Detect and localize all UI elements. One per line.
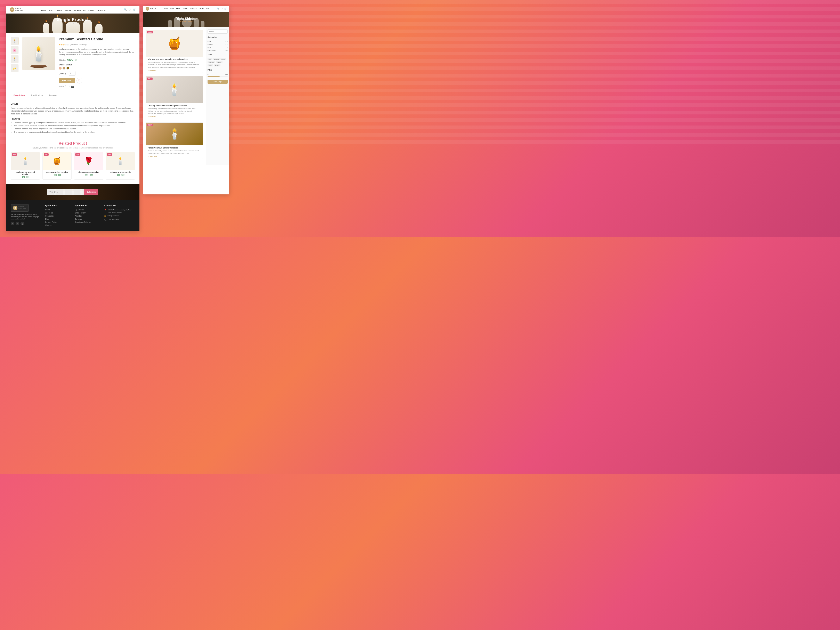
footer-account-link-4[interactable]: Compare bbox=[75, 218, 100, 220]
product-thumbnails: 🕯️ 🌸 🕯️ ✨ bbox=[11, 37, 19, 88]
quantity-input[interactable] bbox=[69, 71, 76, 76]
tab-specifications[interactable]: Specifications bbox=[28, 92, 46, 99]
footer-link-home[interactable]: Home bbox=[45, 209, 71, 211]
footer-quick-links-title: Quick Link bbox=[45, 204, 71, 207]
nav-about[interactable]: ABOUT bbox=[65, 9, 71, 11]
google-social-icon[interactable]: g bbox=[21, 222, 24, 226]
blog-image-candles-2: 🕯️ bbox=[167, 83, 182, 96]
sidebar-search-input[interactable] bbox=[208, 30, 227, 33]
blog-post-image-3: 🕯️ NEW bbox=[146, 123, 203, 145]
tag-5[interactable]: Candle bbox=[216, 61, 222, 63]
tab-reviews[interactable]: Reviews bbox=[46, 92, 60, 99]
twitter-social-icon[interactable]: t bbox=[11, 222, 14, 226]
categories-list: Leaf 2.8 Lemon 2.4 Flory 8 Chamomile F.G bbox=[208, 41, 227, 51]
related-card-2[interactable]: 10% 🍯 Beeswax Rolled Candles $52 $32 bbox=[43, 152, 72, 180]
color-swatch-1[interactable] bbox=[58, 67, 62, 69]
footer-account-link-2[interactable]: Order History bbox=[75, 212, 100, 214]
quantity-section: Quantity : bbox=[58, 71, 135, 76]
pinterest-icon[interactable]: p bbox=[69, 85, 70, 88]
right-heart-icon[interactable]: ♡ bbox=[221, 8, 223, 10]
related-card-3[interactable]: 20% 🌹 Charming Rose Candles $56 $40 bbox=[74, 152, 103, 180]
tag-6[interactable]: Scent bbox=[208, 64, 213, 66]
right-cart-icon[interactable]: 🛒 bbox=[224, 8, 227, 10]
cart-icon[interactable]: 🛒 bbox=[133, 8, 136, 11]
buy-now-button[interactable]: BUY NOW bbox=[58, 78, 75, 83]
tag-1[interactable]: Leaf bbox=[208, 58, 212, 60]
nav-contact[interactable]: CONTACT US bbox=[74, 9, 85, 11]
nav-shop[interactable]: SHOP bbox=[49, 9, 54, 11]
related-card-image-1: 30% 🕯️ bbox=[11, 152, 40, 170]
tag-2[interactable]: Lemon bbox=[213, 58, 219, 60]
tag-4[interactable]: Summer bbox=[208, 61, 215, 63]
right-nav-buy[interactable]: BUY bbox=[206, 8, 209, 9]
category-item-1[interactable]: Leaf 2.8 bbox=[208, 41, 227, 43]
footer-email-text: bisika@mail.com bbox=[107, 215, 119, 217]
footer-my-account: My Account My Account Order History Wish… bbox=[75, 204, 100, 227]
header-icons: 🔍 ♡ 🛒 bbox=[123, 8, 136, 11]
related-card-4[interactable]: 15% 🕯️ Mahogany Shea Candle $60 $23 bbox=[106, 152, 135, 180]
blog-post-body-3: Forest Mountain Candle Collection Discov… bbox=[146, 145, 203, 159]
search-icon[interactable]: 🔍 bbox=[123, 8, 127, 11]
footer-link-contact[interactable]: Contact Us bbox=[45, 215, 71, 217]
wood-platform bbox=[30, 65, 47, 68]
thumbnail-1[interactable]: 🕯️ bbox=[11, 37, 19, 45]
category-item-2[interactable]: Lemon 2.4 bbox=[208, 44, 227, 46]
location-icon: 📍 bbox=[104, 209, 106, 211]
facebook-icon[interactable]: f bbox=[65, 85, 65, 88]
footer-link-sitemap[interactable]: Sitemap bbox=[45, 224, 71, 226]
right-nav-home[interactable]: HOME bbox=[164, 8, 168, 9]
footer-account-link-1[interactable]: My Account bbox=[75, 209, 100, 211]
blog-post-meta-2: 15 FEB 2024 bbox=[148, 116, 201, 117]
filter-apply-button[interactable]: Front Page bbox=[208, 80, 227, 84]
right-hero-banner: Right Sidebar Blog - Right Sidebar bbox=[143, 12, 229, 27]
nav-login[interactable]: LOGIN bbox=[88, 9, 94, 11]
related-card-1[interactable]: 30% 🕯️ Apple Honey Scented Candle $40 $3… bbox=[11, 152, 40, 180]
category-item-4[interactable]: Chamomile F.G bbox=[208, 49, 227, 51]
footer-account-link-5[interactable]: Shipping & Returns bbox=[75, 221, 100, 223]
tags-widget-title: Tags bbox=[208, 53, 227, 57]
blog-main-content: 🍯 NEW The best and most naturally scente… bbox=[143, 27, 206, 165]
blog-post-1: 🍯 NEW The best and most naturally scente… bbox=[145, 30, 203, 73]
twitter-icon[interactable]: t bbox=[67, 85, 67, 88]
nav-home[interactable]: HOME bbox=[41, 9, 46, 11]
product-description: Indulge your senses in the captivating e… bbox=[58, 48, 135, 57]
newsletter-subscribe-button[interactable]: Subscribe bbox=[84, 189, 98, 195]
footer-link-privacy[interactable]: Privacy Policy bbox=[45, 221, 71, 223]
tag-7[interactable]: Aroma bbox=[214, 64, 221, 66]
heart-icon[interactable]: ♡ bbox=[128, 8, 131, 11]
right-nav-extra[interactable]: EXTRA bbox=[199, 8, 204, 9]
hero-title-block: Single Product Home › Single Product bbox=[57, 17, 88, 24]
facebook-social-icon[interactable]: f bbox=[16, 222, 19, 226]
right-nav-about[interactable]: ABOUT bbox=[183, 8, 188, 9]
right-nav-blog[interactable]: BLOG bbox=[176, 8, 180, 9]
product-tabs: Description Specifications Reviews Detai… bbox=[6, 92, 139, 137]
hero-title: Single Product bbox=[57, 17, 88, 22]
nav-register[interactable]: REGISTER bbox=[97, 9, 106, 11]
footer-account-link-3[interactable]: Wish List bbox=[75, 215, 100, 217]
color-section: Choose Colour bbox=[58, 64, 135, 69]
wishlist-button[interactable]: ♡ bbox=[76, 78, 82, 84]
nav-blog[interactable]: BLOG bbox=[57, 9, 62, 11]
related-card-price-3: $56 $40 bbox=[76, 174, 101, 176]
color-swatch-3[interactable] bbox=[66, 67, 69, 69]
tab-description[interactable]: Description bbox=[11, 92, 28, 99]
tag-3[interactable]: Flory bbox=[221, 58, 226, 60]
blog-image-candles-3: 🕯️ bbox=[168, 128, 181, 140]
thumbnail-4[interactable]: ✨ bbox=[11, 64, 19, 72]
right-search-icon[interactable]: 🔍 bbox=[217, 8, 219, 10]
category-item-3[interactable]: Flory 8 bbox=[208, 47, 227, 48]
right-nav-shop[interactable]: SHOP bbox=[170, 8, 174, 9]
footer-link-blog[interactable]: Blog bbox=[45, 218, 71, 220]
thumbnail-2[interactable]: 🌸 bbox=[11, 46, 19, 54]
footer-link-about[interactable]: About Us bbox=[45, 212, 71, 214]
breadcrumb-home[interactable]: Home bbox=[65, 22, 69, 24]
instagram-icon[interactable]: 📷 bbox=[71, 85, 74, 88]
footer-brand: B BISIKA CANDLES long established fact t… bbox=[11, 204, 42, 227]
thumbnail-3[interactable]: 🕯️ bbox=[11, 55, 19, 63]
color-swatch-2[interactable] bbox=[63, 67, 65, 69]
right-logo-text: BISIKA bbox=[150, 8, 156, 9]
blog-post-2: 🕯️ HOT Creating Atmosphere with Exquisit… bbox=[145, 76, 203, 119]
feature-item-4: The packaging of premium scented candles… bbox=[14, 131, 135, 134]
newsletter-email-input[interactable] bbox=[47, 189, 84, 195]
right-nav-services[interactable]: SERVICES bbox=[190, 8, 197, 9]
